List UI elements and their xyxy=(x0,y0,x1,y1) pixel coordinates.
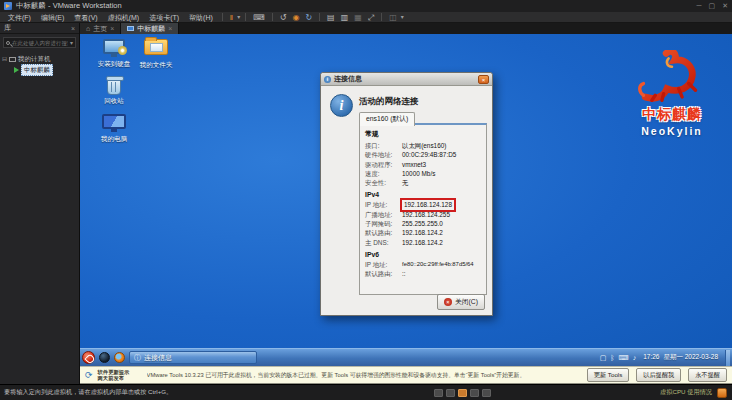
library-sidebar: 库 × ▾ ⊟ 我的计算机 中标麒麟 xyxy=(0,23,80,384)
usb-icon[interactable] xyxy=(470,389,479,397)
tab-close-icon[interactable]: × xyxy=(110,25,114,32)
snapshot-take-icon[interactable]: ◉ xyxy=(289,12,302,23)
guest-taskbar: ⓘ 连接信息 ▢ ᛒ ⌨ ♪ 17:26 星期一 2022-03-28 xyxy=(80,348,732,366)
notification-title: 软件更新提示 两天前发布 xyxy=(98,369,142,382)
tab-bar: ⌂ 主页 × 中标麒麟 × xyxy=(80,23,732,34)
tab-home[interactable]: ⌂ 主页 × xyxy=(80,23,121,34)
minimize-button[interactable]: ─ xyxy=(697,0,702,12)
show-desktop-button[interactable] xyxy=(725,350,730,366)
desktop-icon-my-folder[interactable]: 我的文件夹 xyxy=(136,39,176,69)
suspend-icon[interactable]: ‖ xyxy=(227,12,236,23)
info-row: 默认路由::: xyxy=(365,269,481,278)
library-close-icon[interactable]: × xyxy=(71,25,75,32)
info-row-ip-address: IP 地址:192.168.124.128 xyxy=(365,200,481,209)
sound-icon[interactable] xyxy=(482,389,491,397)
update-tools-button[interactable]: 更新 Tools xyxy=(587,368,630,382)
toolbar-separator xyxy=(245,13,246,21)
start-menu-icon[interactable] xyxy=(82,351,95,364)
dialog-heading: 活动的网络连接 xyxy=(359,96,419,108)
tree-item-label: 我的计算机 xyxy=(18,54,51,64)
vm-screen-icon xyxy=(127,26,134,31)
close-button-label: 关闭(C) xyxy=(455,297,478,307)
taskbar-clock[interactable]: 17:26 星期一 2022-03-28 xyxy=(640,353,721,362)
taskbar-window-button[interactable]: ⓘ 连接信息 xyxy=(129,351,257,364)
dialog-title-bar[interactable]: i 连接信息 × xyxy=(321,73,492,86)
never-remind-button[interactable]: 永不提醒 xyxy=(688,368,727,382)
info-row: 广播地址:192.168.124.255 xyxy=(365,210,481,219)
desktop-icon-label: 我的电脑 xyxy=(94,135,134,143)
snapshot-revert-icon[interactable]: ↺ xyxy=(277,12,290,23)
info-row: 硬件地址:00:0C:29:4B:87:D5 xyxy=(365,150,481,159)
firefox-icon[interactable] xyxy=(114,352,125,363)
cdrom-icon[interactable] xyxy=(446,389,455,397)
info-row: IP 地址:fe80::20c:29ff:fe4b:87d5/64 xyxy=(365,260,481,269)
menu-file[interactable]: 文件(F) xyxy=(3,12,36,23)
tree-item-neokylin[interactable]: 中标麒麟 xyxy=(2,64,77,76)
vmware-app-icon xyxy=(4,2,12,10)
unity-icon[interactable]: ◫ xyxy=(386,12,400,23)
window-title: 中标麒麟 - VMware Workstation xyxy=(16,1,122,11)
library-search[interactable]: ▾ xyxy=(3,37,76,48)
home-icon: ⌂ xyxy=(86,25,90,32)
search-icon xyxy=(6,41,10,45)
toolbar-separator xyxy=(222,13,223,21)
library-header: 库 × xyxy=(0,23,79,34)
thumbnail-bar-icon[interactable]: ▥ xyxy=(338,12,352,23)
taskbar-window-label: 连接信息 xyxy=(144,353,172,363)
vm-running-icon xyxy=(14,67,19,73)
harddisk-icon[interactable] xyxy=(434,389,443,397)
chevron-down-icon[interactable]: ▾ xyxy=(70,39,73,46)
console-view-icon[interactable]: ▦ xyxy=(351,12,365,23)
vmware-notification-bar: ⟳ 软件更新提示 两天前发布 VMware Tools 10.3.23 已可用于… xyxy=(80,366,732,384)
network-details-panel: 常规 接口:以太网(ens160) 硬件地址:00:0C:29:4B:87:D5… xyxy=(359,123,487,295)
connection-info-dialog: i 连接信息 × i 活动的网络连接 ens160 (默认) 常规 接口:以太网… xyxy=(320,72,493,316)
tab-close-icon[interactable]: × xyxy=(168,25,172,32)
tree-item-my-computer[interactable]: ⊟ 我的计算机 xyxy=(2,54,77,64)
fullscreen-icon[interactable]: ⤢ xyxy=(365,12,377,23)
input-method-icon[interactable]: ⌨ xyxy=(619,349,629,367)
maximize-button[interactable]: ▢ xyxy=(709,0,716,12)
info-row: 接口:以太网(ens160) xyxy=(365,141,481,150)
desktop-icon-recycle-bin[interactable]: 回收站 xyxy=(94,78,134,105)
remind-later-button[interactable]: 以后提醒我 xyxy=(636,368,681,382)
toolbar-separator xyxy=(272,13,273,21)
volume-icon[interactable]: ♪ xyxy=(633,349,637,367)
clock-date: 星期一 2022-03-28 xyxy=(663,353,718,362)
desktop-icon-install[interactable]: 安装到硬盘 xyxy=(94,39,134,68)
view-caret-icon[interactable]: ▾ xyxy=(400,12,405,23)
guest-desktop[interactable]: 安装到硬盘 我的文件夹 回收站 我的电脑 xyxy=(80,34,732,366)
dialog-title: 连接信息 xyxy=(334,74,362,84)
message-indicator-icon[interactable] xyxy=(717,388,727,398)
tab-home-label: 主页 xyxy=(93,24,107,34)
menu-vm[interactable]: 虚拟机(M) xyxy=(103,12,145,23)
dialog-body: i 活动的网络连接 ens160 (默认) 常规 接口:以太网(ens160) … xyxy=(321,86,492,316)
suspend-caret-icon[interactable]: ▾ xyxy=(236,12,241,23)
menu-edit[interactable]: 编辑(E) xyxy=(36,12,69,23)
tab-ens160[interactable]: ens160 (默认) xyxy=(359,112,415,126)
tab-vm-neokylin[interactable]: 中标麒麟 × xyxy=(121,23,179,34)
menu-view[interactable]: 查看(V) xyxy=(69,12,102,23)
close-button[interactable]: ✕ xyxy=(722,0,728,12)
dialog-close-icon[interactable]: × xyxy=(478,75,489,84)
info-icon: i xyxy=(324,76,331,83)
desktop-icon-my-computer[interactable]: 我的电脑 xyxy=(94,114,134,143)
folder-icon xyxy=(144,39,168,55)
network-adapter-icon[interactable] xyxy=(458,389,467,397)
search-input[interactable] xyxy=(12,40,68,46)
ctrl-alt-del-icon[interactable]: ⌨ xyxy=(250,12,268,23)
show-library-icon[interactable]: ▤ xyxy=(324,12,338,23)
library-tree: ⊟ 我的计算机 中标麒麟 xyxy=(0,50,79,80)
section-ipv6: IPv6 xyxy=(365,251,481,258)
app-launcher-icon[interactable] xyxy=(99,352,110,363)
expander-icon[interactable]: ⊟ xyxy=(2,54,7,64)
computer-icon xyxy=(9,57,16,62)
info-row: 默认路由:192.168.124.2 xyxy=(365,228,481,237)
dialog-close-button[interactable]: × 关闭(C) xyxy=(437,294,485,310)
menu-help[interactable]: 帮助(H) xyxy=(184,12,218,23)
network-tray-icon[interactable]: ▢ xyxy=(600,349,607,367)
snapshot-manage-icon[interactable]: ↻ xyxy=(302,12,315,23)
bluetooth-icon[interactable]: ᛒ xyxy=(610,349,614,367)
menu-bar: 文件(F) 编辑(E) 查看(V) 虚拟机(M) 选项卡(T) 帮助(H) ‖ … xyxy=(0,12,732,23)
update-icon: ⟳ xyxy=(85,366,93,384)
menu-tabs[interactable]: 选项卡(T) xyxy=(144,12,184,23)
